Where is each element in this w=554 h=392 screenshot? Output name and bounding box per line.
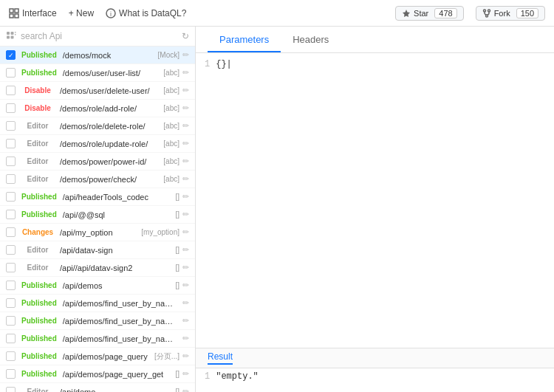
list-item[interactable]: Editor/api//api/datav-sign2[]✏ [0,259,195,277]
star-label: Star [414,9,428,18]
api-path: /demos/mock [63,51,155,60]
refresh-icon[interactable]: ↻ [182,31,189,41]
edit-icon[interactable]: ✏ [182,281,189,290]
result-tab-label[interactable]: Result [208,351,233,365]
api-checkbox[interactable] [6,103,16,113]
api-checkbox[interactable] [6,50,16,60]
fork-icon [482,9,491,18]
edit-icon[interactable]: ✏ [182,50,189,60]
api-badge: Disable [18,86,57,95]
edit-icon[interactable]: ✏ [182,245,189,255]
fork-count: 150 [516,8,538,18]
api-checkbox[interactable] [6,387,16,392]
edit-icon[interactable]: ✏ [182,210,189,219]
api-tag: [abc] [163,140,179,148]
list-item[interactable]: Published/api/@@sql[]✏ [0,206,195,224]
api-checkbox[interactable] [6,210,16,219]
edit-icon[interactable]: ✏ [182,316,189,326]
api-checkbox[interactable] [6,351,16,361]
edit-icon[interactable]: ✏ [182,103,189,113]
api-checkbox[interactable] [6,192,16,202]
api-tag: [] [175,246,179,254]
api-tag: [abc] [163,157,179,165]
api-checkbox[interactable] [6,68,16,78]
api-checkbox[interactable] [6,316,16,326]
help-nav[interactable]: i What is DataQL? [106,8,186,18]
api-checkbox[interactable] [6,227,16,237]
list-item[interactable]: Published/api/demos/find_user_by_name...… [0,312,195,330]
list-item[interactable]: Published/demos/user/user-list/[abc]✏ [0,64,195,82]
list-item[interactable]: Disable/demos/role/add-role/[abc]✏ [0,100,195,117]
list-item[interactable]: Disable/demos/user/delete-user/[abc]✏ [0,82,195,100]
api-tag: [abc] [163,69,179,77]
list-item[interactable]: Editor/demos/power/power-id/[abc]✏ [0,153,195,171]
api-badge: Editor [18,139,57,148]
list-item[interactable]: Editor/api/demo[]✏ [0,383,195,392]
star-button[interactable]: Star 478 [395,6,464,21]
svg-rect-14 [15,32,16,33]
list-item[interactable]: Published/api/demos[]✏ [0,277,195,295]
edit-icon[interactable]: ✏ [182,227,189,237]
api-badge: Disable [18,103,57,113]
edit-icon[interactable]: ✏ [182,192,189,202]
editor-line-1: 1 {}| [205,59,545,69]
edit-icon[interactable]: ✏ [182,157,189,166]
list-item[interactable]: Published/demos/mock[Mock]✏ [0,47,195,64]
edit-icon[interactable]: ✏ [182,174,189,184]
api-badge: Editor [18,387,57,392]
api-checkbox[interactable] [6,263,16,272]
info-icon: i [106,8,116,18]
list-item[interactable]: Published/api/demos/page_query[分页...]✏ [0,348,195,365]
api-badge: Published [18,369,60,379]
editor-area[interactable]: 1 {}| [196,53,554,348]
tabs-bar: Parameters Headers [196,27,554,53]
list-item[interactable]: Published/api/demos/page_query_get[]✏ [0,365,195,383]
edit-icon[interactable]: ✏ [182,351,189,361]
edit-icon[interactable]: ✏ [182,86,189,95]
edit-icon[interactable]: ✏ [182,298,189,308]
list-item[interactable]: Changes/api/my_option[my_option]✏ [0,224,195,241]
api-checkbox[interactable] [6,86,16,95]
api-badge: Changes [18,227,57,237]
api-tag: [] [175,281,179,289]
api-checkbox[interactable] [6,298,16,308]
api-checkbox[interactable] [6,369,16,379]
interface-nav[interactable]: Interface [9,8,57,18]
api-path: /demos/user/user-list/ [63,69,161,78]
edit-icon[interactable]: ✏ [182,263,189,272]
api-checkbox[interactable] [6,174,16,184]
list-item[interactable]: Editor/demos/role/delete-role/[abc]✏ [0,117,195,135]
list-item[interactable]: Editor/demos/power/check/[abc]✏ [0,171,195,188]
api-badge: Published [18,334,60,343]
api-checkbox[interactable] [6,281,16,290]
fork-button[interactable]: Fork 150 [476,6,545,21]
list-item[interactable]: Published/api/demos/find_user_by_name...… [0,295,195,312]
api-path: /api/headerTools_codec [63,193,173,202]
api-path: /demos/role/delete-role/ [60,122,160,131]
edit-icon[interactable]: ✏ [182,369,189,379]
svg-rect-3 [15,14,18,18]
list-item[interactable]: Published/api/headerTools_codec[]✏ [0,188,195,206]
edit-icon[interactable]: ✏ [182,121,189,131]
edit-icon[interactable]: ✏ [182,334,189,343]
api-checkbox[interactable] [6,121,16,131]
api-checkbox[interactable] [6,245,16,255]
api-checkbox[interactable] [6,139,16,148]
list-item[interactable]: Published/api/demos/find_user_by_name...… [0,330,195,348]
tab-headers[interactable]: Headers [281,34,341,52]
edit-icon[interactable]: ✏ [182,68,189,78]
api-tag: [] [175,388,179,392]
edit-icon[interactable]: ✏ [182,387,189,392]
result-tab-bar: Result [196,348,554,368]
grid-apps-icon [6,31,16,41]
new-nav[interactable]: + New [69,8,94,18]
api-path: /demos/role/update-role/ [60,140,160,148]
list-item[interactable]: Editor/api/datav-sign[]✏ [0,241,195,259]
list-item[interactable]: Editor/demos/role/update-role/[abc]✏ [0,135,195,153]
edit-icon[interactable]: ✏ [182,139,189,148]
search-input[interactable] [21,31,177,41]
tab-parameters[interactable]: Parameters [208,34,281,52]
api-checkbox[interactable] [6,334,16,343]
api-checkbox[interactable] [6,157,16,166]
svg-rect-12 [7,36,10,39]
